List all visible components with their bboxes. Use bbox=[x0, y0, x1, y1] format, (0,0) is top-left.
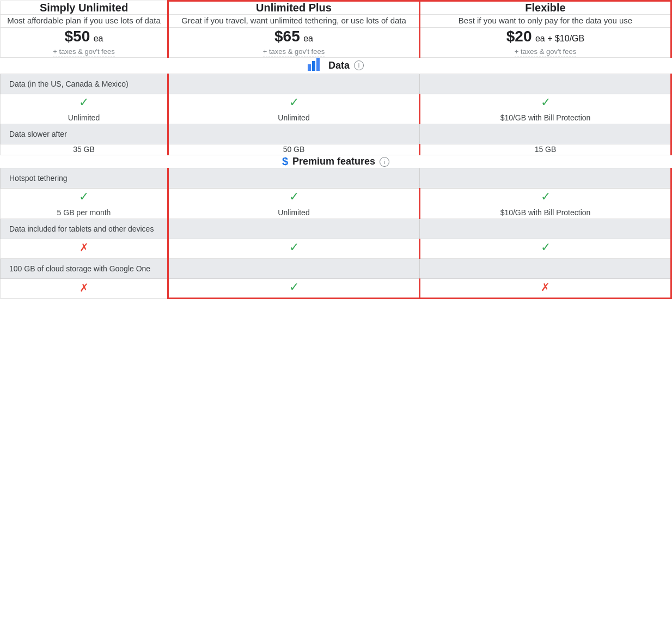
tablets-col1: ✗ bbox=[1, 239, 168, 258]
check-green-icon: ✓ bbox=[169, 189, 419, 205]
premium-info-icon[interactable]: i bbox=[380, 157, 389, 167]
check-green-icon: ✓ bbox=[1, 94, 167, 111]
dollar-icon: $ bbox=[282, 155, 288, 168]
price-row: $50 ea + taxes & gov't fees $65 ea + tax… bbox=[1, 27, 671, 57]
check-green-icon: ✓ bbox=[420, 94, 670, 111]
data-slower-col3: 15 GB bbox=[420, 144, 671, 155]
svg-rect-0 bbox=[308, 64, 311, 71]
plan-name-col2: Unlimited Plus bbox=[168, 1, 420, 15]
tablets-col3: ✓ bbox=[420, 239, 671, 258]
tablets-values-row: ✗ ✓ ✓ bbox=[1, 239, 671, 258]
check-green-icon: ✓ bbox=[420, 189, 670, 205]
plan-name-col3: Flexible bbox=[420, 1, 671, 15]
svg-rect-1 bbox=[312, 61, 315, 71]
price-col1: $50 ea + taxes & gov't fees bbox=[1, 27, 168, 57]
data-slower-label: Data slower after bbox=[1, 124, 168, 144]
plan-desc-col3: Best if you want to only pay for the dat… bbox=[420, 15, 671, 28]
data-slower-values-row: 35 GB 50 GB 15 GB bbox=[1, 144, 671, 155]
tablets-label: Data included for tablets and other devi… bbox=[1, 219, 168, 239]
cloud-values-row: ✗ ✓ ✗ bbox=[1, 278, 671, 299]
data-section-header: Data i bbox=[1, 57, 671, 74]
check-green-icon: ✓ bbox=[169, 94, 419, 111]
data-us-col3: ✓ $10/GB with Bill Protection bbox=[420, 94, 671, 124]
hotspot-label: Hotspot tethering bbox=[1, 168, 168, 189]
data-slower-col2: 50 GB bbox=[168, 144, 420, 155]
cloud-col1: ✗ bbox=[1, 278, 168, 299]
plan-desc-col2: Great if you travel, want unlimited teth… bbox=[168, 15, 420, 28]
cloud-label: 100 GB of cloud storage with Google One bbox=[1, 258, 168, 278]
description-row: Most affordable plan if you use lots of … bbox=[1, 15, 671, 28]
check-red-icon: ✗ bbox=[420, 280, 670, 295]
cloud-col2: ✓ bbox=[168, 278, 420, 299]
data-slower-col1: 35 GB bbox=[1, 144, 168, 155]
data-us-col2: ✓ Unlimited bbox=[168, 94, 420, 124]
tablets-label-row: Data included for tablets and other devi… bbox=[1, 219, 671, 239]
hotspot-col1: ✓ 5 GB per month bbox=[1, 189, 168, 219]
header-row: Simply Unlimited Unlimited Plus Flexible bbox=[1, 1, 671, 15]
data-us-values-row: ✓ Unlimited ✓ Unlimited ✓ $10/GB with Bi… bbox=[1, 94, 671, 124]
cloud-label-row: 100 GB of cloud storage with Google One bbox=[1, 258, 671, 278]
check-red-icon: ✗ bbox=[1, 240, 167, 255]
data-us-label: Data (in the US, Canada & Mexico) bbox=[1, 74, 168, 94]
comparison-table: Simply Unlimited Unlimited Plus Flexible… bbox=[0, 0, 672, 299]
plan-name-col1: Simply Unlimited bbox=[1, 1, 168, 15]
premium-section-header: $ Premium features i bbox=[1, 155, 671, 168]
data-section-label: Data bbox=[328, 60, 350, 71]
check-green-icon: ✓ bbox=[420, 239, 670, 256]
tablets-col2: ✓ bbox=[168, 239, 420, 258]
data-slower-label-row: Data slower after bbox=[1, 124, 671, 144]
data-bar-chart-icon bbox=[308, 58, 322, 74]
hotspot-label-row: Hotspot tethering bbox=[1, 168, 671, 189]
premium-section-label: Premium features bbox=[292, 156, 375, 167]
hotspot-col2: ✓ Unlimited bbox=[168, 189, 420, 219]
svg-rect-2 bbox=[316, 58, 320, 71]
data-us-label-row: Data (in the US, Canada & Mexico) bbox=[1, 74, 671, 94]
check-green-icon: ✓ bbox=[169, 279, 419, 296]
price-col3: $20 ea + $10/GB + taxes & gov't fees bbox=[420, 27, 671, 57]
check-green-icon: ✓ bbox=[169, 239, 419, 256]
hotspot-values-row: ✓ 5 GB per month ✓ Unlimited ✓ $10/GB wi… bbox=[1, 189, 671, 219]
check-green-icon: ✓ bbox=[1, 189, 167, 205]
hotspot-col3: ✓ $10/GB with Bill Protection bbox=[420, 189, 671, 219]
cloud-col3: ✗ bbox=[420, 278, 671, 299]
data-us-col1: ✓ Unlimited bbox=[1, 94, 168, 124]
data-section-header-row: Data i bbox=[1, 57, 671, 74]
data-info-icon[interactable]: i bbox=[354, 60, 364, 70]
plan-desc-col1: Most affordable plan if you use lots of … bbox=[1, 15, 168, 28]
check-red-icon: ✗ bbox=[1, 280, 167, 295]
premium-section-header-row: $ Premium features i bbox=[1, 155, 671, 168]
price-col2: $65 ea + taxes & gov't fees bbox=[168, 27, 420, 57]
